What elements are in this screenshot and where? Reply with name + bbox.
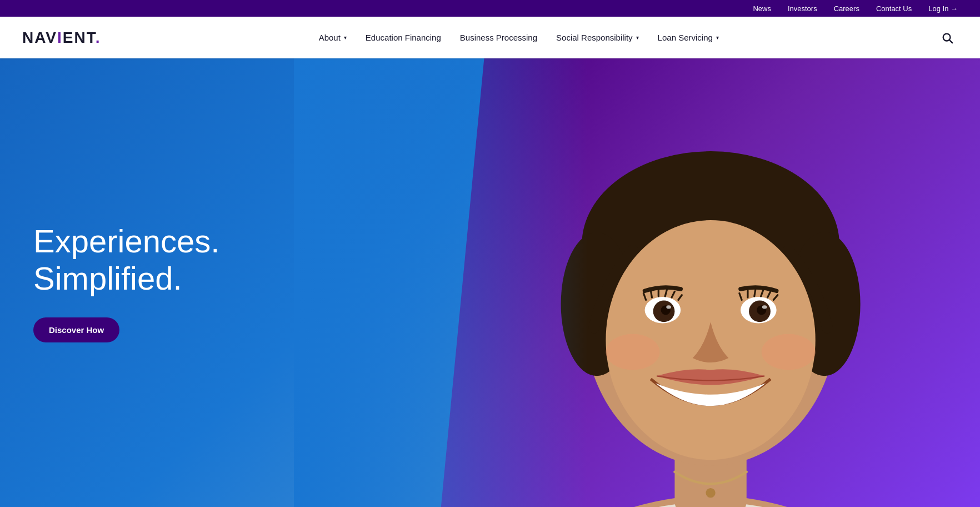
hero-section: Experiences. Simplified. Discover How [0,58,980,507]
logo-text: NAVIENT. [22,29,101,47]
hero-content: Experiences. Simplified. Discover How [0,223,219,342]
chevron-down-icon: ▾ [344,34,347,41]
svg-point-18 [606,334,659,370]
svg-point-17 [762,305,767,309]
nav-about[interactable]: About ▾ [311,27,354,48]
utility-link-contact[interactable]: Contact Us [876,4,912,13]
nav-education-financing[interactable]: Education Financing [358,27,449,48]
nav-loan-servicing[interactable]: Loan Servicing ▾ [650,27,727,48]
utility-link-login[interactable]: Log In → [928,4,958,13]
utility-link-news[interactable]: News [753,4,771,13]
svg-point-19 [762,334,816,370]
hero-headline: Experiences. Simplified. [33,223,219,297]
hero-blend-overlay [294,58,588,507]
nav-links: About ▾ Education Financing Business Pro… [311,27,727,48]
utility-link-investors[interactable]: Investors [788,4,817,13]
svg-point-16 [666,305,671,309]
search-icon [941,32,953,44]
chevron-down-icon: ▾ [716,34,719,41]
hero-cta-button[interactable]: Discover How [33,317,119,342]
svg-point-20 [706,488,715,498]
chevron-down-icon: ▾ [636,34,639,41]
utility-bar: News Investors Careers Contact Us Log In… [0,0,980,17]
svg-line-1 [949,40,952,43]
logo[interactable]: NAVIENT. [22,29,101,47]
utility-link-careers[interactable]: Careers [834,4,859,13]
search-button[interactable] [937,27,958,48]
main-navbar: NAVIENT. About ▾ Education Financing Bus… [0,17,980,58]
nav-business-processing[interactable]: Business Processing [452,27,545,48]
nav-social-responsibility[interactable]: Social Responsibility ▾ [548,27,647,48]
